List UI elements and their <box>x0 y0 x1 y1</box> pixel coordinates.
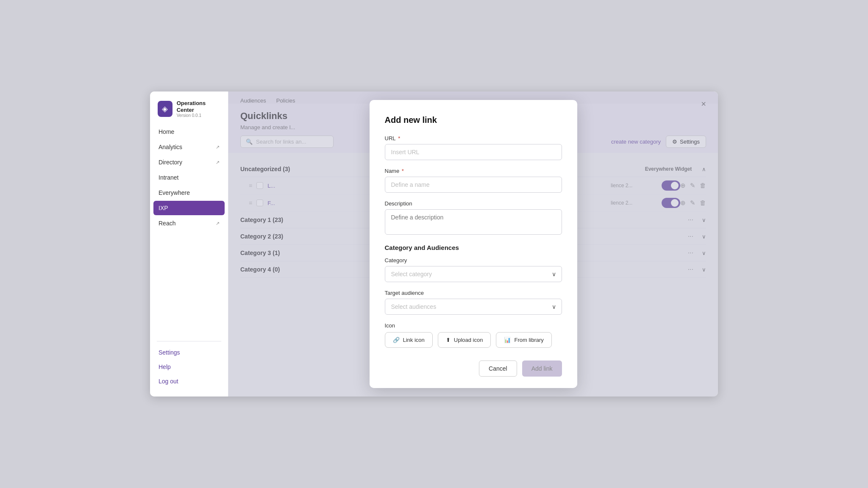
sidebar-item-settings[interactable]: Settings <box>153 346 225 359</box>
sidebar-logo: ◈ Operations Center Version 0.0.1 <box>150 100 228 125</box>
library-icon: 📊 <box>504 337 511 343</box>
name-field-group: Name * <box>385 168 562 193</box>
link-icon-button[interactable]: 🔗 Link icon <box>385 332 433 348</box>
sidebar-item-reach[interactable]: Reach ↗ <box>153 216 225 230</box>
category-label: Category <box>385 257 562 263</box>
upload-icon: ⬆ <box>446 337 451 343</box>
upload-icon-button[interactable]: ⬆ Upload icon <box>438 332 491 348</box>
category-select-wrapper: Select category <box>385 266 562 282</box>
url-label: URL * <box>385 135 562 141</box>
url-field-group: URL * <box>385 135 562 160</box>
sidebar-item-directory[interactable]: Directory ↗ <box>153 155 225 169</box>
description-label: Description <box>385 200 562 207</box>
app-logo-icon: ◈ <box>158 101 172 117</box>
sidebar-item-help[interactable]: Help <box>153 360 225 374</box>
sidebar-item-everywhere[interactable]: Everywhere <box>153 186 225 200</box>
dialog-overlay: Add new link URL * Name * Description <box>228 92 718 396</box>
audience-select-wrapper: Select audiences <box>385 299 562 315</box>
sidebar-item-intranet[interactable]: Intranet <box>153 170 225 185</box>
add-link-button[interactable]: Add link <box>522 360 562 377</box>
icon-section-label: Icon <box>385 322 562 329</box>
audience-label: Target audience <box>385 290 562 296</box>
sidebar-item-home[interactable]: Home <box>153 125 225 139</box>
sidebar-item-logout[interactable]: Log out <box>153 374 225 388</box>
description-input[interactable] <box>385 209 562 235</box>
app-container: ◈ Operations Center Version 0.0.1 Home A… <box>150 92 718 396</box>
cancel-button[interactable]: Cancel <box>479 360 517 377</box>
sidebar-item-analytics[interactable]: Analytics ↗ <box>153 140 225 154</box>
sidebar: ◈ Operations Center Version 0.0.1 Home A… <box>150 92 228 396</box>
name-input[interactable] <box>385 177 562 193</box>
description-field-group: Description <box>385 200 562 236</box>
link-icon: 🔗 <box>393 337 400 343</box>
main-content: × Audiences Policies Quicklinks Manage a… <box>228 92 718 396</box>
url-input[interactable] <box>385 144 562 160</box>
from-library-button[interactable]: 📊 From library <box>496 332 551 348</box>
category-audiences-section-title: Category and Audiences <box>385 244 562 251</box>
sidebar-item-ixp[interactable]: IXP <box>153 201 225 215</box>
app-version: Version 0.0.1 <box>177 113 220 118</box>
sidebar-bottom: Settings Help Log out <box>150 346 228 388</box>
sidebar-divider <box>157 341 221 341</box>
analytics-arrow-icon: ↗ <box>216 144 220 150</box>
app-name: Operations Center <box>177 100 220 113</box>
sidebar-nav: Home Analytics ↗ Directory ↗ Intranet Ev… <box>150 125 228 337</box>
dialog-footer: Cancel Add link <box>385 360 562 377</box>
icon-section: Icon 🔗 Link icon ⬆ Upload icon 📊 From <box>385 322 562 348</box>
dialog-title: Add new link <box>385 115 562 125</box>
audience-select[interactable]: Select audiences <box>385 299 562 315</box>
icon-buttons-group: 🔗 Link icon ⬆ Upload icon 📊 From library <box>385 332 562 348</box>
category-select[interactable]: Select category <box>385 266 562 282</box>
category-field-group: Category Select category <box>385 257 562 282</box>
directory-arrow-icon: ↗ <box>216 160 220 165</box>
add-new-link-dialog: Add new link URL * Name * Description <box>370 100 577 388</box>
reach-arrow-icon: ↗ <box>216 221 220 226</box>
name-label: Name * <box>385 168 562 174</box>
audience-field-group: Target audience Select audiences <box>385 290 562 315</box>
